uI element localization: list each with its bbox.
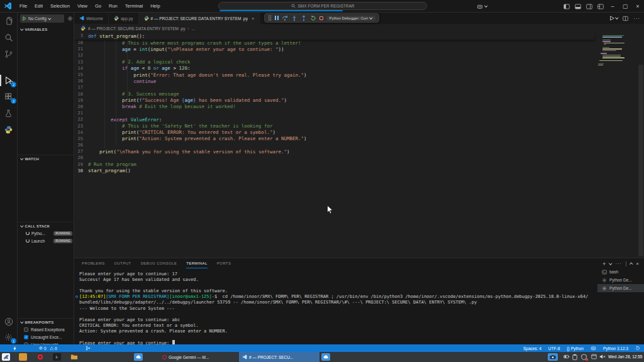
code-line-17[interactable]: 17 [74,84,595,90]
tab-app-py[interactable]: app.py [109,13,139,24]
more-actions-icon[interactable]: ··· [616,261,622,266]
code-line-27[interactable]: 27print("\nThank you for using the stabl… [74,148,595,155]
toggle-panel-icon[interactable] [575,4,581,9]
code-line-10[interactable]: 10# This is where most programs crash if… [74,40,595,46]
code-line-16[interactable]: 16continue [74,78,595,84]
command-center-search[interactable]: SMX FORM PER REGISTRAR [218,2,427,10]
sticky-scroll[interactable]: 3def start_program(): [74,33,595,40]
step-over-icon[interactable] [282,15,288,21]
app-menu-button[interactable] [2,353,10,361]
section-variables[interactable]: VARIABLES [18,25,74,33]
drag-handle-icon[interactable] [268,15,272,21]
tab-debug-console[interactable]: DEBUG CONSOLE [141,258,177,269]
code-line-22[interactable]: 22except ValueError: [74,116,595,123]
restart-icon[interactable] [310,15,316,21]
debug-profile-selector[interactable]: Python Debugger: Curr [326,16,375,21]
stop-button[interactable] [319,16,323,20]
run-python-file-button[interactable] [609,16,618,21]
terminal-item-bash[interactable]: bash [597,268,644,276]
breakpoint-raised-exceptions[interactable]: Raised Exceptions [18,326,74,333]
step-into-icon[interactable] [291,15,297,21]
code-line-24[interactable]: 24print("CRITICAL ERROR: You entered tex… [74,129,595,136]
code-line-28[interactable]: 28 [74,155,595,161]
menu-file[interactable]: File [16,0,31,12]
language-mode[interactable]: {}Python [567,346,584,351]
python-interpreter[interactable]: Python 3.12.3 [603,346,628,351]
taskbar-window-icon[interactable] [134,353,143,361]
refresh-icon[interactable] [635,346,640,351]
taskbar-window-icon[interactable] [321,353,330,361]
volume-muted-icon[interactable] [599,354,606,359]
editor-scrollbar[interactable] [638,65,643,256]
tab-output[interactable]: OUTPUT [114,258,131,269]
indentation-indicator[interactable]: Spaces: 4 [523,346,541,351]
code-line-11[interactable]: 11age = int(input("\nPlease enter your a… [74,46,595,52]
tab-welcome[interactable]: Welcome [74,13,109,24]
launcher-terminal-button[interactable]: 1- [53,353,61,361]
sidebar-item-extensions[interactable]: 2 [0,89,17,104]
tab-ports[interactable]: PORTS [217,258,231,269]
sidebar-item-testing[interactable] [0,106,17,121]
breakpoint-uncaught-exceptions[interactable]: Uncaught Exce... [18,333,74,341]
toggle-sidebar-icon[interactable] [564,4,570,9]
code-line-3[interactable]: 3def start_program(): [74,33,595,39]
menu-edit[interactable]: Edit [31,0,47,12]
sidebar-item-explorer[interactable] [0,14,17,29]
maximize-button[interactable]: ▢ [619,0,631,13]
terminal-output[interactable]: Please enter your age to continue: 17Suc… [79,272,595,346]
chevron-down-icon[interactable] [609,261,613,265]
code-line-12[interactable]: 12 [74,52,595,58]
terminal-item-python-debug-1[interactable]: Python De... [597,276,644,284]
menu-selection[interactable]: Selection [47,0,74,12]
encoding-indicator[interactable]: UTF-8 [548,346,560,351]
code-line-15[interactable]: 15print("Error: That age doesn't seem re… [74,72,595,78]
sidebar-item-search[interactable] [0,30,17,45]
account-button[interactable] [0,314,17,329]
code-line-23[interactable]: 23# This is the 'Safety Net' the teacher… [74,123,595,129]
code-line-20[interactable]: 20break # Exit the loop because it worke… [74,104,595,110]
checkbox-unchecked[interactable] [24,327,28,332]
launcher-folder-button[interactable] [70,353,78,361]
remote-indicator[interactable] [13,344,17,352]
code-line-13[interactable]: 13# 2. Add a logical check [74,59,595,65]
breadcrumb[interactable]: # — PROJECT: SECURE DATA ENTRY SYSTEM .p… [74,24,644,33]
code-line-25[interactable]: 25print("Action: System prevented a cras… [74,136,595,142]
customize-layout-icon[interactable] [597,4,604,9]
toggle-secondary-sidebar-icon[interactable] [586,4,592,9]
maximize-panel-icon[interactable] [630,263,633,266]
tab-problems[interactable]: PROBLEMS [82,258,105,269]
new-terminal-button[interactable]: + [602,261,606,267]
checkbox-checked[interactable] [24,335,28,339]
menu-view[interactable]: View [74,0,91,12]
taskbar-clock[interactable]: Wed Jan 28, 12:55 [608,352,642,362]
menu-terminal[interactable]: Terminal [121,0,147,12]
settings-button[interactable]: 1 [0,329,17,344]
taskbar-window-gemini[interactable]: Google Gemini — M... [159,352,235,362]
copilot-button[interactable] [477,2,487,11]
code-line-29[interactable]: 29# Run the program [74,162,595,168]
call-stack-session[interactable]: Launch RUNNING [18,237,74,244]
launcher-opera-button[interactable] [36,353,44,361]
tab-project-secure-data-entry[interactable]: # — PROJECT: SECURE DATA ENTRY SYSTEM .p… [139,13,260,24]
debug-fork-indicator[interactable] [86,344,91,352]
close-button[interactable]: × [631,0,644,13]
sidebar-item-python[interactable] [0,122,17,137]
security-shield-icon[interactable] [581,354,587,360]
clipboard-icon[interactable] [572,354,577,360]
minimap[interactable] [596,35,635,111]
menu-help[interactable]: Help [147,0,164,12]
problems-indicator[interactable]: ⊘0 △0 [39,344,57,352]
code-line-18[interactable]: 18# 3. Success message [74,91,595,97]
menu-run[interactable]: Run [105,0,121,12]
code-line-30[interactable]: 30start_program() [74,168,595,174]
launcher-files-button[interactable] [19,353,27,361]
sidebar-item-run-debug[interactable]: 2 [0,73,17,88]
code-line-21[interactable]: 21 [74,110,595,116]
step-out-icon[interactable] [301,15,307,21]
minimize-button[interactable]: – [606,0,619,13]
battery-icon[interactable] [564,354,570,359]
close-panel-icon[interactable]: × [636,261,639,266]
menu-go[interactable]: Go [91,0,105,12]
sidebar-item-source-control[interactable] [0,47,17,62]
screenshot-tool-icon[interactable] [548,353,558,361]
